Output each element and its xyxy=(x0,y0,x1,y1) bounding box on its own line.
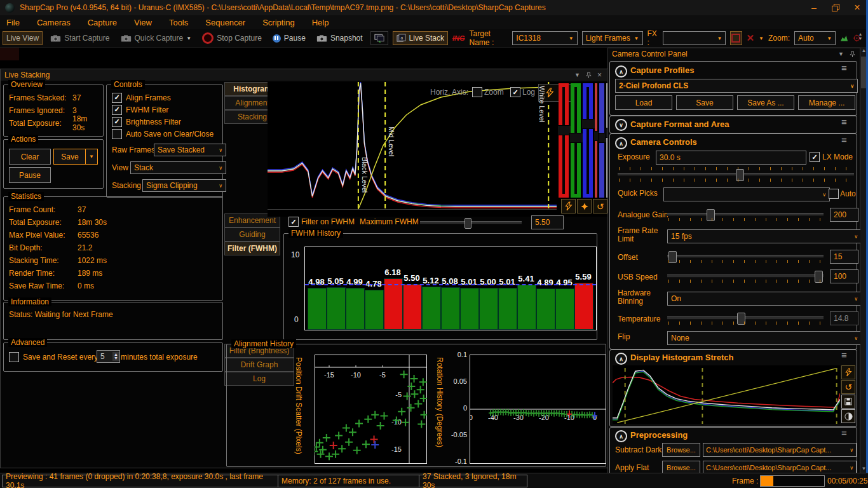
pause-stack-button[interactable]: Pause xyxy=(9,167,51,183)
quick-picks-select[interactable]: ∨ xyxy=(663,187,830,201)
stop-capture-button[interactable]: Stop Capture xyxy=(199,30,265,46)
menu-scripting[interactable]: Scripting xyxy=(262,18,295,27)
menu-help[interactable]: Help xyxy=(312,18,329,27)
profile-select[interactable]: 2-Ciel Profond CLS∨ xyxy=(615,79,858,93)
browse-button[interactable]: Browse... xyxy=(662,443,700,457)
fx-select[interactable]: ▼ xyxy=(663,31,726,45)
close-button[interactable]: × xyxy=(846,1,868,15)
path-select[interactable]: C:\Users\cotti\Desktop\SharpCap Capt...∨ xyxy=(703,443,857,457)
histogram-icon[interactable] xyxy=(840,34,848,43)
raw-frames-select[interactable]: Save Stacked∨ xyxy=(154,144,226,156)
menu-file[interactable]: File xyxy=(6,18,20,27)
collapse-icon[interactable]: ∧ xyxy=(615,65,627,78)
start-capture-button[interactable]: Start Capture xyxy=(47,32,112,44)
collapse-icon[interactable]: ∧ xyxy=(615,430,627,442)
auto-checkbox[interactable] xyxy=(829,189,839,199)
manage--button[interactable]: Manage ... xyxy=(798,95,855,110)
slider-handle[interactable] xyxy=(465,218,471,229)
checkbox[interactable]: ✓ xyxy=(112,117,122,127)
max-fwhm-slider[interactable] xyxy=(420,221,522,224)
section-menu-icon[interactable]: ≡ xyxy=(841,430,847,436)
level-bar-handle[interactable] xyxy=(581,119,595,129)
auto-stretch-icon[interactable] xyxy=(545,88,554,98)
selection-area-button[interactable] xyxy=(730,31,742,45)
collapse-icon[interactable]: ∧ xyxy=(615,353,627,365)
save-reset-checkbox[interactable] xyxy=(9,352,19,362)
clear-selection-icon[interactable]: ✕ xyxy=(747,32,755,44)
auto-stretch-icon[interactable] xyxy=(841,365,855,379)
level-bar[interactable] xyxy=(583,83,593,198)
checkbox[interactable]: ✓ xyxy=(112,105,122,115)
quick-capture-button[interactable]: Quick Capture ▼ xyxy=(118,32,195,44)
pin-icon[interactable] xyxy=(586,72,592,79)
minutes-spinner[interactable]: 5 ▲▼ xyxy=(97,350,120,363)
live-view-button[interactable]: Live View xyxy=(3,31,43,45)
close-icon[interactable]: × xyxy=(597,71,602,79)
stretch-apply-icon[interactable] xyxy=(561,199,576,214)
pause-button[interactable]: Pause xyxy=(269,32,309,44)
tab-guiding[interactable]: Guiding xyxy=(224,227,280,241)
expand-icon[interactable]: ∨ xyxy=(615,119,627,131)
checkbox[interactable] xyxy=(112,129,122,139)
menu-cameras[interactable]: Cameras xyxy=(37,18,71,27)
section-menu-icon[interactable]: ≡ xyxy=(841,119,847,125)
offset-slider[interactable] xyxy=(667,255,824,258)
menu-view[interactable]: View xyxy=(134,18,152,27)
lx-mode-checkbox[interactable]: ✓ xyxy=(810,152,820,162)
gain-value[interactable]: 200 xyxy=(830,208,858,222)
target-name-select[interactable]: IC1318▼ xyxy=(512,31,577,45)
collapse-icon[interactable]: ∧ xyxy=(615,137,627,149)
save-button[interactable]: Save xyxy=(676,95,733,110)
reset-icon[interactable]: ↺ xyxy=(593,199,607,214)
save-button[interactable]: Save xyxy=(53,149,86,165)
level-bar-handle[interactable] xyxy=(569,133,583,143)
frame-rate-select[interactable]: 15 fps∨ xyxy=(667,229,862,243)
level-bar[interactable] xyxy=(595,83,597,198)
minimize-button[interactable]: – xyxy=(803,1,825,15)
gain-slider[interactable] xyxy=(667,213,824,216)
multi-display-button[interactable] xyxy=(370,31,388,45)
zoom-select[interactable]: Auto▼ xyxy=(794,31,836,45)
spinner-arrows[interactable]: ▲▼ xyxy=(112,352,119,361)
restore-button[interactable] xyxy=(825,1,846,15)
level-bar[interactable] xyxy=(599,83,604,198)
exposure-input[interactable]: 30.0 s xyxy=(656,151,806,165)
usb-speed-slider[interactable] xyxy=(667,274,824,278)
menu-capture[interactable]: Capture xyxy=(88,18,117,27)
stacking-select[interactable]: Sigma Clipping∨ xyxy=(142,179,226,192)
offset-value[interactable]: 15 xyxy=(830,250,858,264)
tab-filter-fwhm-[interactable]: Filter (FWHM) xyxy=(224,241,280,255)
toolbar-overflow-icon[interactable]: ▴▾ xyxy=(859,32,862,41)
pin-icon[interactable] xyxy=(850,51,855,58)
hist-log-checkbox[interactable]: ✓ xyxy=(510,87,520,97)
exposure-slider[interactable] xyxy=(618,173,854,176)
section-menu-icon[interactable]: ≡ xyxy=(841,137,847,143)
hist-zoom-checkbox[interactable] xyxy=(472,87,482,97)
max-fwhm-value[interactable]: 5.50 xyxy=(531,215,564,229)
view-select[interactable]: Stack∨ xyxy=(130,161,226,174)
reset-stretch-icon[interactable]: ↺ xyxy=(841,380,855,394)
contrast-icon[interactable] xyxy=(841,409,855,423)
snapshot-button[interactable]: Snapshot xyxy=(313,32,366,44)
section-menu-icon[interactable]: ≡ xyxy=(841,352,847,358)
menu-tools[interactable]: Tools xyxy=(169,18,188,27)
section-menu-icon[interactable]: ≡ xyxy=(841,65,847,71)
binning-select[interactable]: On∨ xyxy=(667,292,862,306)
frame-type-select[interactable]: Light Frames▼ xyxy=(582,31,643,45)
level-bar[interactable] xyxy=(571,83,581,198)
chevron-down-icon[interactable]: ▼ xyxy=(759,36,764,41)
usb-speed-value[interactable]: 100 xyxy=(830,269,858,283)
save-as--button[interactable]: Save As ... xyxy=(737,95,794,110)
level-bar[interactable] xyxy=(559,83,569,198)
load-button[interactable]: Load xyxy=(615,95,672,110)
filter-on-fwhm-checkbox[interactable]: ✓ xyxy=(288,217,299,227)
checkbox[interactable]: ✓ xyxy=(112,93,122,103)
star-icon[interactable] xyxy=(577,199,592,214)
panel-menu-icon[interactable]: ▼ xyxy=(838,51,844,57)
save-stretch-icon[interactable] xyxy=(841,395,855,409)
save-dropdown-button[interactable]: ▼ xyxy=(85,149,98,165)
clear-button[interactable]: Clear xyxy=(9,149,51,165)
flip-select[interactable]: None∨ xyxy=(667,331,862,345)
live-stack-button[interactable]: a Live Stack xyxy=(393,31,448,45)
menu-sequencer[interactable]: Sequencer xyxy=(205,18,245,27)
